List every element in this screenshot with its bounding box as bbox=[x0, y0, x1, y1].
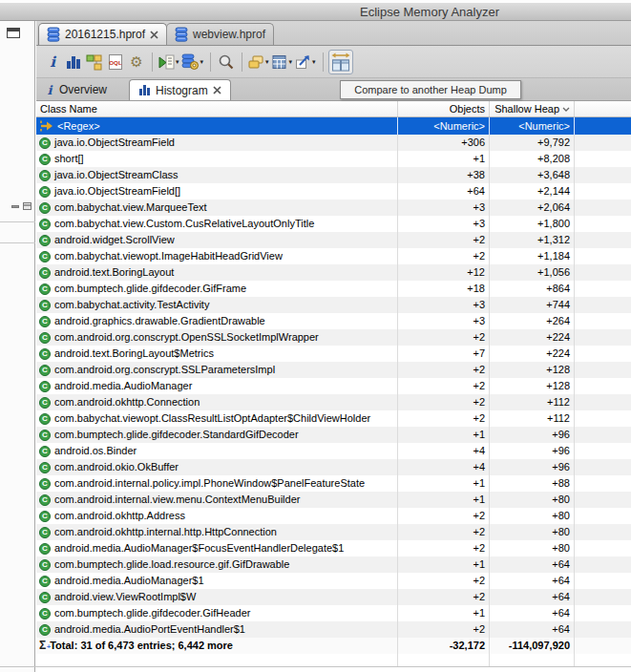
table-row[interactable]: Candroid.media.AudioPortEventHandler$1+2… bbox=[36, 621, 631, 638]
class-name: com.android.org.conscrypt.OpenSSLSocketI… bbox=[54, 329, 319, 346]
table-row[interactable]: Ccom.android.org.conscrypt.SSLParameters… bbox=[36, 362, 631, 378]
shallow-heap-value: +3,648 bbox=[490, 167, 575, 183]
histogram-icon[interactable] bbox=[63, 52, 84, 73]
table-row[interactable]: Candroid.media.AudioManager$FocusEventHa… bbox=[36, 540, 631, 556]
table-row[interactable]: Ccom.bumptech.glide.gifdecoder.GifFrame+… bbox=[36, 281, 631, 297]
shallow-heap-value: +80 bbox=[490, 524, 575, 540]
oql-icon[interactable]: OQL bbox=[105, 52, 126, 73]
table-row[interactable]: Ccom.android.org.conscrypt.OpenSSLSocket… bbox=[36, 329, 631, 346]
query-menu-dropdown[interactable]: ▾ bbox=[158, 53, 179, 71]
shallow-heap-value: +9,792 bbox=[490, 135, 575, 151]
calculator-dropdown[interactable]: ▾ bbox=[271, 53, 293, 71]
shallow-heap-value: +112 bbox=[490, 410, 575, 427]
column-header-class-name[interactable]: Class Name bbox=[36, 101, 398, 116]
table-row[interactable]: Ccom.babychat.view.MarqueeText+3+2,064 bbox=[36, 200, 631, 216]
class-icon: C bbox=[39, 543, 51, 555]
restore-view-icon[interactable] bbox=[7, 28, 20, 38]
table-row[interactable]: Candroid.graphics.drawable.GradientDrawa… bbox=[36, 313, 631, 329]
editor-tab-20161215[interactable]: 20161215.hprof bbox=[38, 23, 167, 45]
objects-value: +2 bbox=[398, 540, 490, 556]
view-tabstrip: i Overview Histogram bbox=[36, 78, 631, 101]
table-row[interactable]: Cshort[]+1+8,208 bbox=[36, 151, 631, 167]
table-row[interactable]: Ccom.bumptech.glide.gifdecoder.StandardG… bbox=[36, 427, 631, 443]
class-icon: C bbox=[39, 219, 51, 230]
shallow-heap-value: +80 bbox=[490, 540, 575, 556]
table-row[interactable]: Ccom.bumptech.glide.gifdecoder.GifHeader… bbox=[36, 605, 631, 621]
group-by-dropdown[interactable]: ▾ bbox=[247, 53, 269, 71]
dominator-tree-icon[interactable] bbox=[84, 52, 105, 73]
column-header-shallow-heap[interactable]: Shallow Heap bbox=[490, 101, 575, 116]
heap-dump-gear-dropdown[interactable]: ▾ bbox=[181, 53, 204, 71]
search-icon[interactable] bbox=[216, 52, 237, 73]
class-icon: C bbox=[39, 462, 51, 473]
table-empty-area bbox=[36, 654, 631, 666]
table-row[interactable]: Candroid.widget.ScrollView+2+1,312 bbox=[36, 232, 631, 248]
table-row[interactable]: Ccom.bumptech.glide.load.resource.gif.Gi… bbox=[36, 556, 631, 573]
class-name: short[] bbox=[54, 151, 84, 167]
table-row[interactable]: Candroid.media.AudioManager$1+2+64 bbox=[36, 573, 631, 589]
table-row[interactable]: Candroid.os.Binder+4+96 bbox=[36, 443, 631, 459]
regex-filter-field[interactable]: <Regex> bbox=[57, 117, 100, 135]
objects-value: +1 bbox=[398, 605, 490, 621]
heap-dump-icon bbox=[175, 27, 188, 42]
class-name: com.babychat.viewopt.ClassResultListOptA… bbox=[54, 410, 370, 427]
maximize-icon[interactable] bbox=[23, 202, 32, 210]
objects-value: +1 bbox=[398, 475, 490, 492]
class-name: android.media.AudioManager$FocusEventHan… bbox=[54, 540, 344, 556]
table-row[interactable]: Cjava.io.ObjectStreamClass+38+3,648 bbox=[36, 167, 631, 183]
table-row[interactable]: Candroid.media.AudioManager+2+128 bbox=[36, 378, 631, 394]
minimize-icon[interactable] bbox=[11, 205, 19, 208]
table-row[interactable]: Ccom.android.internal.view.menu.ContextM… bbox=[36, 492, 631, 508]
class-name: com.babychat.activity.TestActivity bbox=[54, 297, 209, 313]
objects-value: +2 bbox=[398, 410, 490, 427]
total-row[interactable]: Σ+ Total: 31 of 6,473 entries; 6,442 mor… bbox=[36, 638, 631, 654]
table-row[interactable]: Candroid.text.BoringLayout+12+1,056 bbox=[36, 264, 631, 281]
shallow-heap-value: +96 bbox=[490, 427, 575, 443]
table-row[interactable]: Ccom.babychat.viewopt.ImageHabitHeadGrid… bbox=[36, 248, 631, 264]
table-row[interactable]: Candroid.view.ViewRootImpl$W+2+64 bbox=[36, 589, 631, 605]
table-row[interactable]: Ccom.babychat.activity.TestActivity+3+74… bbox=[36, 297, 631, 313]
tab-histogram[interactable]: Histogram bbox=[129, 79, 231, 100]
class-icon: C bbox=[39, 267, 51, 279]
svg-text:OQL: OQL bbox=[109, 59, 122, 66]
numeric-filter-objects[interactable]: <Numeric> bbox=[398, 117, 490, 135]
editor-tab-webview[interactable]: webview.hprof bbox=[166, 23, 274, 45]
table-row[interactable]: Cjava.io.ObjectStreamField+306+9,792 bbox=[36, 135, 631, 151]
filter-arrow-icon bbox=[39, 120, 53, 132]
window-titlebar: Eclipse Memory Analyzer bbox=[0, 3, 631, 21]
info-icon[interactable]: i bbox=[42, 52, 63, 73]
table-row[interactable]: Ccom.babychat.view.Custom.CusRelativeLay… bbox=[36, 216, 631, 232]
table-row[interactable]: Ccom.android.okio.OkBuffer+4+96 bbox=[36, 459, 631, 475]
close-icon[interactable] bbox=[213, 86, 221, 94]
window-title: Eclipse Memory Analyzer bbox=[229, 3, 630, 21]
table-row[interactable]: Ccom.babychat.viewopt.ClassResultListOpt… bbox=[36, 410, 631, 427]
objects-value: +2 bbox=[398, 394, 490, 410]
shallow-heap-value: +64 bbox=[490, 556, 575, 573]
shallow-heap-value: +264 bbox=[490, 313, 575, 329]
svg-text:i: i bbox=[48, 83, 53, 96]
shallow-heap-value: +88 bbox=[490, 475, 575, 492]
close-icon[interactable] bbox=[150, 31, 158, 39]
class-name: android.widget.ScrollView bbox=[54, 232, 175, 248]
class-name: com.babychat.view.Custom.CusRelativeLayo… bbox=[54, 216, 314, 232]
table-row[interactable]: Candroid.text.BoringLayout$Metrics+7+224 bbox=[36, 346, 631, 362]
class-name: com.android.internal.view.menu.ContextMe… bbox=[54, 492, 300, 508]
tab-overview[interactable]: i Overview bbox=[36, 79, 116, 100]
column-header-objects[interactable]: Objects bbox=[398, 101, 490, 116]
table-row[interactable]: Ccom.android.internal.policy.impl.PhoneW… bbox=[36, 475, 631, 492]
objects-value: +7 bbox=[398, 346, 490, 362]
class-name: android.media.AudioManager$1 bbox=[54, 573, 204, 589]
class-icon: C bbox=[39, 559, 51, 571]
view-tab-label: Histogram bbox=[156, 84, 208, 97]
compare-heap-dump-icon[interactable] bbox=[328, 50, 353, 74]
table-row[interactable]: Ccom.android.okhttp.Connection+2+112 bbox=[36, 394, 631, 410]
class-icon: C bbox=[39, 494, 51, 506]
table-row[interactable]: Cjava.io.ObjectStreamField[]+64+2,144 bbox=[36, 183, 631, 200]
gear-icon[interactable]: ⚙ bbox=[126, 52, 147, 73]
objects-value: +2 bbox=[398, 248, 490, 264]
table-row[interactable]: Ccom.android.okhttp.internal.http.HttpCo… bbox=[36, 524, 631, 540]
filter-row-selected[interactable]: <Regex> <Numeric> <Numeric> bbox=[36, 117, 631, 135]
table-row[interactable]: Ccom.android.okhttp.Address+2+80 bbox=[36, 508, 631, 524]
numeric-filter-shallow[interactable]: <Numeric> bbox=[490, 117, 575, 135]
export-dropdown[interactable]: ▾ bbox=[294, 53, 316, 71]
